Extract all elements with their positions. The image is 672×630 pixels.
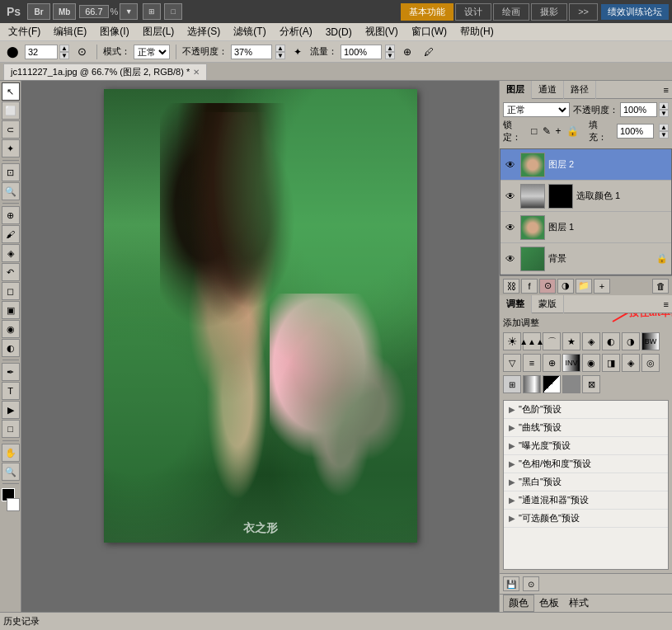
adj-curves-btn[interactable]: ⌒ <box>543 332 561 350</box>
nav-basic[interactable]: 基本功能 <box>401 3 453 21</box>
brush-tool-icon[interactable]: ⬤ <box>3 43 21 61</box>
airbrush-icon[interactable]: ✦ <box>289 43 307 61</box>
zoom-dropdown[interactable]: ▼ <box>120 3 138 20</box>
nav-paint[interactable]: 绘画 <box>493 3 529 21</box>
fill-down-btn[interactable]: ▼ <box>659 131 669 139</box>
tab-close-btn[interactable]: ✕ <box>193 68 200 77</box>
layer-group-btn[interactable]: 📁 <box>576 279 592 294</box>
menu-3d[interactable]: 3D(D) <box>319 25 359 40</box>
opacity-down[interactable]: ▼ <box>275 52 285 59</box>
layer-delete-btn[interactable]: 🗑 <box>652 279 669 294</box>
adj-threshold-btn[interactable]: ◨ <box>602 354 620 372</box>
marquee-tool[interactable]: ⬜ <box>2 101 20 120</box>
size-down-arrow[interactable]: ▼ <box>59 52 69 59</box>
blend-mode-select[interactable]: 正常 <box>134 45 170 59</box>
adj-invert-btn[interactable]: INV <box>562 354 580 372</box>
swatches-tab[interactable]: 色板 <box>534 595 564 611</box>
fill-up-btn[interactable]: ▲ <box>659 124 669 131</box>
nav-photo[interactable]: 摄影 <box>531 3 567 21</box>
adj-brightness-btn[interactable]: ☀ <box>503 332 521 350</box>
text-tool[interactable]: T <box>2 382 20 400</box>
tool-preset-icon[interactable]: ⊙ <box>73 43 91 61</box>
tablet-pressure-icon[interactable]: ⊕ <box>398 43 416 61</box>
background-color[interactable] <box>7 498 20 511</box>
clone-tool[interactable]: ◈ <box>2 244 20 262</box>
adj-item-exposure[interactable]: ▶ "曝光度"预设 <box>504 437 668 455</box>
size-up-arrow[interactable]: ▲ <box>59 45 69 52</box>
document-tab[interactable]: jc111227_1a.jpg @ 66.7% (图层 2, RGB/8) * … <box>3 63 207 80</box>
menu-edit[interactable]: 编辑(E) <box>47 23 93 40</box>
adj-r2-btn[interactable] <box>523 375 541 393</box>
layer-item-bg[interactable]: 👁 背景 🔒 <box>500 243 671 275</box>
layer-1-eye[interactable]: 👁 <box>504 221 517 234</box>
opacity-down-btn[interactable]: ▼ <box>659 110 669 117</box>
tool-option-1[interactable]: ⊞ <box>143 3 161 20</box>
adj-save-btn[interactable]: 💾 <box>503 576 519 591</box>
opacity-value[interactable]: 37% <box>231 45 272 59</box>
channels-tab[interactable]: 通道 <box>532 81 564 99</box>
layer-item-selectcolor[interactable]: 👁 选取颜色 1 <box>500 181 671 212</box>
adj-item-levels[interactable]: ▶ "色阶"预设 <box>504 401 668 419</box>
menu-help[interactable]: 帮助(H) <box>453 23 500 40</box>
adj-hsl-btn[interactable]: ◐ <box>602 332 620 350</box>
flow-value[interactable]: 100% <box>341 45 382 59</box>
adj-icon2-btn[interactable]: ⊙ <box>523 576 539 591</box>
flow-down[interactable]: ▼ <box>385 52 395 59</box>
spot-heal-tool[interactable]: ⊕ <box>2 206 20 224</box>
adj-item-hsl[interactable]: ▶ "色相/饱和度"预设 <box>504 455 668 473</box>
layer-new-btn[interactable]: + <box>594 279 610 294</box>
eyedropper-tool[interactable]: 🔍 <box>2 182 20 200</box>
adj-gradient-map-btn[interactable]: ◈ <box>622 354 640 372</box>
layer-2-eye[interactable]: 👁 <box>504 158 517 172</box>
layer-adj-btn[interactable]: ◑ <box>557 279 574 294</box>
layer-style-btn[interactable]: f <box>521 279 538 294</box>
path-select-tool[interactable]: ▶ <box>2 401 20 419</box>
selectcolor-eye[interactable]: 👁 <box>504 190 517 203</box>
nav-more[interactable]: >> <box>569 3 598 21</box>
adj-posterize-btn[interactable]: ◉ <box>582 354 600 372</box>
layer-item-1[interactable]: 👁 图层 1 <box>500 212 671 243</box>
blur-tool[interactable]: ◉ <box>2 320 20 338</box>
lock-all-btn[interactable]: 🔒 <box>566 125 579 137</box>
gradient-tool[interactable]: ▣ <box>2 301 20 319</box>
adj-exposure-btn[interactable]: ★ <box>562 332 580 350</box>
opacity-input[interactable] <box>620 102 657 117</box>
magic-wand-tool[interactable]: ✦ <box>2 139 20 158</box>
styles-tab[interactable]: 样式 <box>564 595 594 611</box>
menu-analysis[interactable]: 分析(A) <box>273 23 319 40</box>
menu-select[interactable]: 选择(S) <box>181 23 227 40</box>
adj-options-btn[interactable]: ≡ <box>660 298 672 311</box>
adj-colorbalance-btn[interactable]: ◑ <box>622 332 640 350</box>
zoom-tool[interactable]: 🔍 <box>2 463 20 481</box>
adj-item-selectcolor[interactable]: ▶ "可选颜色"预设 <box>504 510 668 528</box>
layers-tab[interactable]: 图层 <box>500 81 532 99</box>
paths-tab[interactable]: 路径 <box>564 81 596 99</box>
adj-selectcolor-btn[interactable]: ◎ <box>641 354 660 372</box>
tool-option-2[interactable]: □ <box>164 3 182 20</box>
lock-paint-btn[interactable]: ✎ <box>543 125 551 137</box>
lasso-tool[interactable]: ⊂ <box>2 120 20 139</box>
menu-image[interactable]: 图像(I) <box>93 23 135 40</box>
flow-up[interactable]: ▲ <box>385 45 395 52</box>
nav-design[interactable]: 设计 <box>455 3 491 21</box>
adj-tab[interactable]: 调整 <box>500 295 532 313</box>
adj-r5-btn[interactable]: ⊠ <box>582 375 600 393</box>
clone-stamp-icon[interactable]: 🖊 <box>420 43 438 61</box>
canvas-area[interactable]: 衣之形 <box>21 81 499 612</box>
menu-window[interactable]: 窗口(W) <box>405 23 453 40</box>
fill-input[interactable] <box>617 124 654 139</box>
menu-view[interactable]: 视图(V) <box>359 23 405 40</box>
layer-mask-btn[interactable]: ⊙ <box>539 279 556 294</box>
history-brush-tool[interactable]: ↶ <box>2 263 20 281</box>
shape-tool[interactable]: □ <box>2 420 20 438</box>
hand-tool[interactable]: ✋ <box>2 444 20 462</box>
crop-tool[interactable]: ⊡ <box>2 163 20 181</box>
menu-file[interactable]: 文件(F) <box>2 23 47 40</box>
adj-r4-btn[interactable] <box>562 375 580 393</box>
color-tab[interactable]: 颜色 <box>503 595 534 612</box>
adj-item-curves[interactable]: ▶ "曲线"预设 <box>504 419 668 437</box>
bg-eye[interactable]: 👁 <box>504 252 517 266</box>
opacity-up[interactable]: ▲ <box>275 45 285 52</box>
adj-levels-btn[interactable]: ▲▲▲ <box>523 332 541 350</box>
blend-mode-dropdown[interactable]: 正常 <box>503 102 570 117</box>
